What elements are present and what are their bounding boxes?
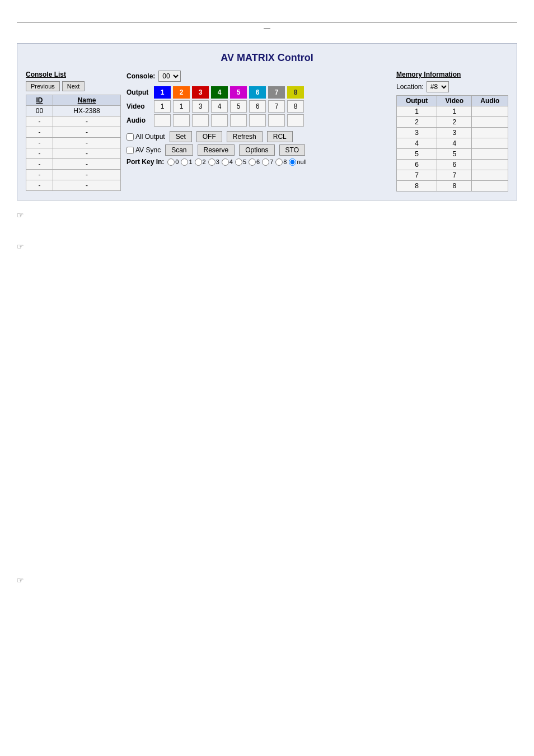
console-row[interactable]: -- <box>26 127 121 138</box>
scan-button[interactable]: Scan <box>165 144 193 156</box>
output-btn-7[interactable]: 7 <box>268 86 285 99</box>
memory-audio-7 <box>472 170 508 181</box>
video-cell-5[interactable]: 5 <box>230 100 247 113</box>
memory-video-4: 4 <box>437 138 472 149</box>
refresh-button[interactable]: Refresh <box>227 131 263 142</box>
audio-cell-7[interactable] <box>268 114 285 127</box>
console-row[interactable]: -- <box>26 170 121 180</box>
console-label: Console: <box>127 72 155 80</box>
console-row-name: - <box>53 180 120 191</box>
console-row-id: - <box>26 148 53 159</box>
radio-8[interactable]: 8 <box>275 158 287 166</box>
radio-6[interactable]: 6 <box>249 158 260 166</box>
video-cell-6[interactable]: 6 <box>249 100 266 113</box>
audio-cell-4[interactable] <box>211 114 228 127</box>
video-cell-2[interactable]: 1 <box>173 100 190 113</box>
memory-output-4: 4 <box>397 138 437 149</box>
memory-audio-3 <box>472 128 508 138</box>
output-btn-8[interactable]: 8 <box>287 86 304 99</box>
radio-3[interactable]: 3 <box>208 158 219 166</box>
memory-output-3: 3 <box>397 128 437 138</box>
console-row[interactable]: -- <box>26 159 121 170</box>
memory-row: 88 <box>397 181 508 192</box>
av-sync-checkbox-label[interactable]: AV Sync <box>127 146 161 154</box>
video-cell-4[interactable]: 4 <box>211 100 228 113</box>
note-icon-2: ☞ <box>17 242 24 251</box>
memory-audio-8 <box>472 181 508 192</box>
radio-1[interactable]: 1 <box>181 158 192 166</box>
note-icon-3: ☞ <box>17 576 24 585</box>
memory-video-6: 6 <box>437 160 472 170</box>
output-btn-4[interactable]: 4 <box>211 86 228 99</box>
output-btn-3[interactable]: 3 <box>192 86 209 99</box>
radio-4[interactable]: 4 <box>222 158 233 166</box>
off-button[interactable]: OFF <box>196 131 222 142</box>
rcl-button[interactable]: RCL <box>267 131 293 142</box>
memory-row: 33 <box>397 128 508 138</box>
console-row-name: - <box>53 138 120 148</box>
audio-cell-3[interactable] <box>192 114 209 127</box>
panel-title: AV MATRIX Control <box>26 52 508 64</box>
note-icon-1: ☞ <box>17 211 24 220</box>
memory-audio-5 <box>472 149 508 160</box>
audio-row: Audio <box>127 114 391 127</box>
memory-row: 11 <box>397 106 508 117</box>
output-btn-6[interactable]: 6 <box>249 86 266 99</box>
memory-video-8: 8 <box>437 181 472 192</box>
console-row[interactable]: -- <box>26 148 121 159</box>
output-btn-2[interactable]: 2 <box>173 86 190 99</box>
av-matrix-panel: AV MATRIX Control Console List Previous … <box>17 43 517 200</box>
output-btn-1[interactable]: 1 <box>154 86 171 99</box>
sto-button[interactable]: STO <box>279 144 305 156</box>
radio-null[interactable]: null <box>289 158 306 166</box>
console-table: ID Name 00HX-2388-------------- <box>26 95 121 191</box>
top-dash: — <box>0 24 534 32</box>
audio-cell-8[interactable] <box>287 114 304 127</box>
console-col-id: ID <box>26 95 53 106</box>
console-row-name: - <box>53 159 120 170</box>
output-btn-5[interactable]: 5 <box>230 86 247 99</box>
memory-video-7: 7 <box>437 170 472 181</box>
location-select[interactable]: #8 <box>427 81 449 92</box>
memory-audio-6 <box>472 160 508 170</box>
all-output-checkbox[interactable] <box>127 133 134 141</box>
console-row-id: - <box>26 159 53 170</box>
console-row[interactable]: -- <box>26 138 121 148</box>
av-sync-checkbox[interactable] <box>127 147 134 154</box>
audio-cell-1[interactable] <box>154 114 171 127</box>
audio-cell-2[interactable] <box>173 114 190 127</box>
center-control: Console: 00 Output 1 2 3 4 5 6 <box>127 71 391 192</box>
console-select[interactable]: 00 <box>158 71 181 82</box>
reserve-button[interactable]: Reserve <box>198 144 235 156</box>
options-button[interactable]: Options <box>239 144 274 156</box>
radio-5[interactable]: 5 <box>235 158 246 166</box>
video-cell-1[interactable]: 1 <box>154 100 171 113</box>
memory-info-title: Memory Information <box>396 71 508 78</box>
console-row-name: - <box>53 116 120 127</box>
console-row[interactable]: -- <box>26 116 121 127</box>
output-row: Output 1 2 3 4 5 6 7 8 <box>127 86 391 99</box>
console-col-name: Name <box>53 95 120 106</box>
console-row-id: - <box>26 138 53 148</box>
set-button[interactable]: Set <box>170 131 192 142</box>
memory-audio-1 <box>472 106 508 117</box>
radio-7[interactable]: 7 <box>262 158 273 166</box>
port-key-in-label: Port Key In: <box>127 158 164 166</box>
console-row-id: - <box>26 116 53 127</box>
previous-button[interactable]: Previous <box>26 81 60 91</box>
video-cell-8[interactable]: 8 <box>287 100 304 113</box>
next-button[interactable]: Next <box>62 81 85 91</box>
memory-video-2: 2 <box>437 117 472 128</box>
audio-cell-6[interactable] <box>249 114 266 127</box>
radio-2[interactable]: 2 <box>195 158 206 166</box>
radio-0[interactable]: 0 <box>167 158 179 166</box>
all-output-checkbox-label[interactable]: All Output <box>127 133 165 141</box>
console-row[interactable]: 00HX-2388 <box>26 106 121 116</box>
console-row[interactable]: -- <box>26 180 121 191</box>
memory-row: 22 <box>397 117 508 128</box>
video-cell-7[interactable]: 7 <box>268 100 285 113</box>
audio-cell-5[interactable] <box>230 114 247 127</box>
memory-output-5: 5 <box>397 149 437 160</box>
console-row-id: - <box>26 180 53 191</box>
video-cell-3[interactable]: 3 <box>192 100 209 113</box>
